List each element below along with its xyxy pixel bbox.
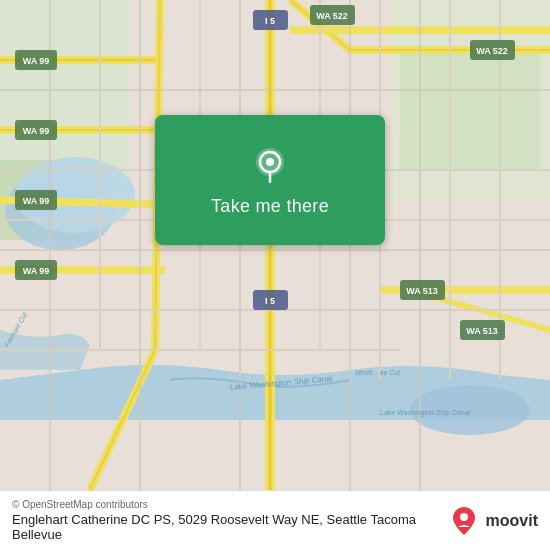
address-text: Englehart Catherine DC PS, 5029 Roosevel… — [12, 512, 448, 542]
take-me-there-label: Take me there — [211, 196, 329, 217]
moovit-logo: moovit — [448, 505, 538, 537]
svg-text:WA 99: WA 99 — [23, 266, 50, 276]
moovit-text: moovit — [486, 512, 538, 530]
svg-text:Montl... ke Cut: Montl... ke Cut — [355, 369, 401, 376]
bottom-bar: © OpenStreetMap contributors Englehart C… — [0, 490, 550, 550]
svg-text:WA 99: WA 99 — [23, 126, 50, 136]
svg-point-52 — [460, 513, 468, 521]
svg-text:WA 99: WA 99 — [23, 196, 50, 206]
take-me-there-button[interactable]: Take me there — [155, 115, 385, 245]
svg-text:WA 99: WA 99 — [23, 56, 50, 66]
svg-text:WA 513: WA 513 — [406, 286, 438, 296]
location-pin-icon — [248, 144, 292, 188]
moovit-icon — [448, 505, 480, 537]
svg-rect-6 — [400, 50, 540, 170]
svg-text:WA 522: WA 522 — [316, 11, 348, 21]
map-background: WA 99 WA 99 WA 99 WA 99 I 5 I 5 WA 522 W… — [0, 0, 550, 490]
svg-point-51 — [266, 158, 274, 166]
map-container: WA 99 WA 99 WA 99 WA 99 I 5 I 5 WA 522 W… — [0, 0, 550, 490]
svg-text:Lake Washington Ship Canal: Lake Washington Ship Canal — [380, 409, 471, 417]
copyright-text: © OpenStreetMap contributors — [12, 499, 448, 510]
svg-text:WA 522: WA 522 — [476, 46, 508, 56]
svg-text:I 5: I 5 — [265, 16, 275, 26]
svg-text:I 5: I 5 — [265, 296, 275, 306]
svg-text:WA 513: WA 513 — [466, 326, 498, 336]
bottom-info: © OpenStreetMap contributors Englehart C… — [12, 499, 448, 542]
address-line1: Englehart Catherine DC PS, 5029 Roosevel… — [12, 512, 323, 527]
